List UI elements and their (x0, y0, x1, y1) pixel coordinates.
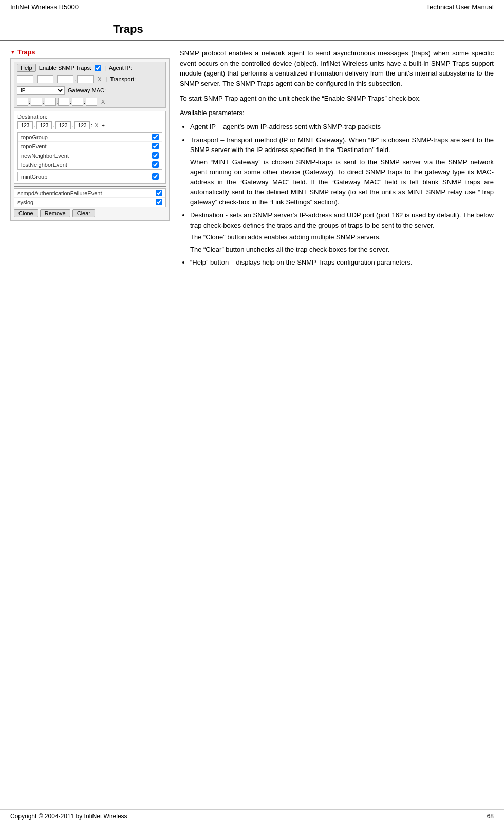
mac-3[interactable] (45, 98, 56, 106)
mac-5[interactable] (72, 98, 83, 106)
trap-item-newNeighborEvent: newNeighborEvent (18, 151, 162, 160)
bullet-agent-ip: Agent IP – agent’s own IP-address sent w… (190, 122, 494, 132)
transport-label: Transport: (110, 76, 136, 82)
enable-snmp-label: Enable SNMP Traps: (39, 65, 92, 71)
bullet-destination-sub2: The “Clear” button unchecks all the trap… (190, 245, 494, 255)
trap-checkbox-topoEvent[interactable] (152, 143, 159, 149)
agent-ip-clear-icon[interactable]: X (97, 76, 102, 82)
mac-6[interactable] (86, 98, 97, 106)
trap-name-snmpdAuth: snmpdAuthenticationFailureEvent (17, 190, 102, 196)
topo-trap-group: topoGroup topoEvent newNeighborEvent los… (17, 132, 162, 170)
start-paragraph: To start SNMP Trap agent on the unit che… (180, 93, 494, 104)
mac-1[interactable] (17, 98, 28, 106)
transport-select[interactable]: IP MINT Gateway (17, 86, 65, 95)
ip-dot-3: . (74, 76, 76, 82)
gateway-mac-label: Gateway MAC: (68, 87, 106, 93)
footer-page-number: 68 (487, 813, 494, 820)
dest-dot-4: : (91, 122, 92, 128)
mac-4[interactable] (58, 98, 69, 106)
agent-ip-1[interactable] (17, 75, 33, 83)
trap-item-topoGroup: topoGroup (18, 133, 162, 142)
topbar-sep1: | (104, 65, 106, 71)
group-divider (14, 186, 166, 187)
destination-block: Destination: . . . : X + topoGroup (14, 111, 166, 184)
bullet-help-text: “Help” button – displays help on the SNM… (190, 258, 413, 266)
clear-button[interactable]: Clear (72, 209, 95, 217)
trap-name-lostNeighborEvent: lostNeighborEvent (21, 162, 67, 168)
ip-dot-1: . (34, 76, 36, 82)
bullet-transport-sub: When “MINT Gateway” is chosen SNMP-traps… (190, 157, 494, 208)
mac-2[interactable] (31, 98, 42, 106)
dest-dot-2: . (53, 122, 54, 128)
trap-checkbox-newNeighborEvent[interactable] (152, 152, 159, 159)
bullet-help: “Help” button – displays help on the SNM… (190, 257, 494, 268)
right-panel: SNMP protocol enables a network agent to… (180, 48, 494, 272)
bullet-destination-sub1: The “Clone” button adds enables adding m… (190, 232, 494, 242)
page-title: Traps (113, 23, 143, 35)
trap-checkbox-topoGroup[interactable] (152, 134, 159, 140)
enable-snmp-checkbox[interactable] (95, 65, 101, 71)
agent-ip-4[interactable] (77, 75, 94, 83)
mint-trap-group: mintGroup (17, 172, 162, 181)
trap-checkbox-mintGroup[interactable] (152, 173, 159, 180)
help-button[interactable]: Help (17, 64, 36, 72)
mac-colon-3: : (57, 99, 58, 105)
agent-ip-label: Agent IP: (109, 65, 132, 71)
trap-item-lostNeighborEvent: lostNeighborEvent (18, 160, 162, 169)
clone-button[interactable]: Clone (14, 209, 38, 217)
section-label: Traps (17, 48, 35, 56)
bottom-buttons: Clone Remove Clear (14, 209, 166, 217)
main-content: ▼ Traps Help Enable SNMP Traps: | Agent … (0, 48, 504, 272)
agent-ip-3[interactable] (57, 75, 73, 83)
trap-checkbox-lostNeighborEvent[interactable] (152, 161, 159, 168)
trap-name-mintGroup: mintGroup (21, 174, 47, 180)
dest-ip-row: . . . : X + (17, 121, 162, 129)
trap-item-syslog: syslog (14, 198, 165, 207)
header-right: Technical User Manual (426, 3, 494, 11)
trap-name-newNeighborEvent: newNeighborEvent (21, 153, 69, 159)
header-left: InfiNet Wireless R5000 (10, 3, 79, 11)
agent-ip-fields: . . . (17, 75, 94, 83)
mac-colon-1: : (29, 99, 30, 105)
bullet-destination: Destination - sets an SNMP server’s IP-a… (190, 210, 494, 254)
triangle-icon: ▼ (10, 49, 15, 55)
traps-section-header: ▼ Traps (10, 48, 170, 56)
dest-add-icon[interactable]: + (101, 122, 106, 128)
mac-colon-5: : (84, 99, 85, 105)
bullet-transport: Transport – transport method (IP or MINT… (190, 135, 494, 208)
dest-ip-4[interactable] (74, 121, 90, 129)
available-label: Available parameters: (180, 108, 494, 118)
trap-name-topoEvent: topoEvent (21, 143, 47, 149)
gateway-mac-clear-icon[interactable]: X (100, 99, 106, 105)
dest-ip-2[interactable] (36, 121, 52, 129)
gateway-mac-fields: : : : : : (17, 98, 97, 106)
dest-dot-3: . (72, 122, 73, 128)
traps-topbar: Help Enable SNMP Traps: | Agent IP: . . … (14, 62, 166, 108)
auth-trap-group: snmpdAuthenticationFailureEvent syslog (14, 188, 166, 207)
page-title-section: Traps (0, 13, 504, 41)
bullet-list: Agent IP – agent’s own IP-address sent w… (190, 122, 494, 268)
remove-button[interactable]: Remove (40, 209, 70, 217)
trap-checkbox-syslog[interactable] (156, 199, 162, 205)
trap-name-syslog: syslog (17, 199, 33, 205)
bullet-agent-ip-text: Agent IP – agent’s own IP-address sent w… (190, 123, 381, 130)
traps-widget: Help Enable SNMP Traps: | Agent IP: . . … (10, 58, 170, 221)
trap-item-mintGroup: mintGroup (18, 172, 162, 181)
footer-copyright: Copyright © 2004-2011 by InfiNet Wireles… (10, 813, 127, 820)
trap-item-snmpdAuth: snmpdAuthenticationFailureEvent (14, 189, 165, 198)
agent-ip-2[interactable] (37, 75, 53, 83)
page-footer: Copyright © 2004-2011 by InfiNet Wireles… (0, 809, 504, 823)
trap-checkbox-snmpdAuth[interactable] (156, 190, 162, 196)
dest-ip-1[interactable] (17, 121, 33, 129)
dest-ip-3[interactable] (55, 121, 71, 129)
bullet-destination-text: Destination - sets an SNMP server’s IP-a… (190, 211, 494, 229)
dest-clear-icon[interactable]: X (94, 122, 99, 128)
mac-colon-2: : (43, 99, 44, 105)
topbar-sep2: | (106, 76, 107, 82)
trap-name-topoGroup: topoGroup (21, 134, 48, 140)
left-panel: ▼ Traps Help Enable SNMP Traps: | Agent … (10, 48, 170, 272)
bullet-transport-text: Transport – transport method (IP or MINT… (190, 136, 494, 154)
mac-colon-4: : (70, 99, 71, 105)
ip-dot-2: . (54, 76, 56, 82)
trap-item-topoEvent: topoEvent (18, 142, 162, 151)
